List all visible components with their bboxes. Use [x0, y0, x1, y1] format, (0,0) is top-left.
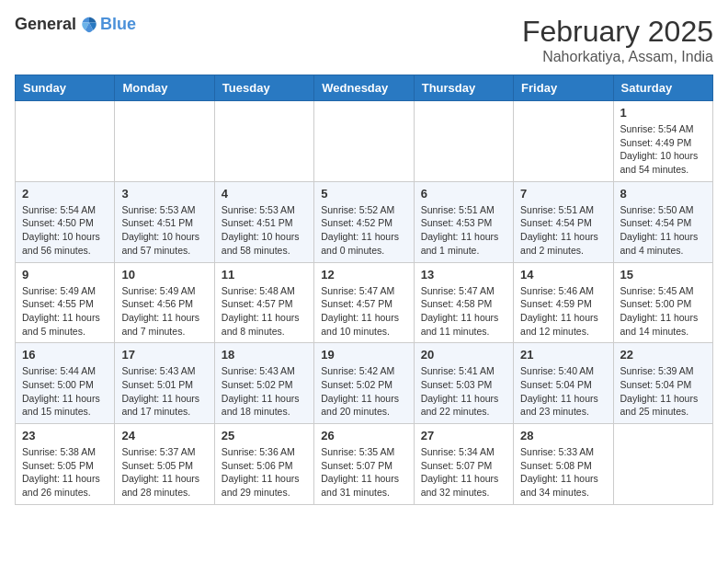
day-info: Sunrise: 5:51 AM Sunset: 4:54 PM Dayligh…	[520, 203, 606, 258]
day-number: 18	[222, 348, 307, 362]
calendar-cell: 12Sunrise: 5:47 AM Sunset: 4:57 PM Dayli…	[314, 262, 414, 343]
calendar-cell: 13Sunrise: 5:47 AM Sunset: 4:58 PM Dayli…	[414, 262, 513, 343]
day-info: Sunrise: 5:53 AM Sunset: 4:51 PM Dayligh…	[222, 203, 307, 258]
column-header-friday: Friday	[514, 75, 613, 101]
day-info: Sunrise: 5:40 AM Sunset: 5:04 PM Dayligh…	[520, 364, 606, 419]
day-number: 2	[22, 187, 108, 201]
calendar-cell: 11Sunrise: 5:48 AM Sunset: 4:57 PM Dayli…	[214, 262, 313, 343]
column-header-monday: Monday	[115, 75, 214, 101]
day-info: Sunrise: 5:42 AM Sunset: 5:02 PM Dayligh…	[321, 364, 406, 419]
location-title: Nahorkatiya, Assam, India	[522, 49, 713, 65]
calendar-cell	[514, 101, 613, 182]
day-number: 15	[620, 268, 706, 282]
calendar-cell	[115, 101, 214, 182]
calendar-cell: 14Sunrise: 5:46 AM Sunset: 4:59 PM Dayli…	[514, 262, 613, 343]
day-info: Sunrise: 5:51 AM Sunset: 4:53 PM Dayligh…	[421, 203, 506, 258]
day-number: 6	[421, 187, 506, 201]
column-header-tuesday: Tuesday	[214, 75, 313, 101]
calendar-cell	[214, 101, 313, 182]
day-info: Sunrise: 5:54 AM Sunset: 4:49 PM Dayligh…	[620, 122, 706, 177]
day-info: Sunrise: 5:49 AM Sunset: 4:55 PM Dayligh…	[22, 284, 108, 339]
column-header-saturday: Saturday	[613, 75, 712, 101]
calendar-week-row: 1Sunrise: 5:54 AM Sunset: 4:49 PM Daylig…	[16, 101, 713, 182]
day-number: 24	[121, 429, 207, 442]
day-number: 1	[620, 106, 706, 120]
calendar-cell	[16, 101, 115, 182]
calendar-week-row: 2Sunrise: 5:54 AM Sunset: 4:50 PM Daylig…	[16, 181, 713, 262]
calendar-cell: 23Sunrise: 5:38 AM Sunset: 5:05 PM Dayli…	[16, 424, 115, 505]
calendar-cell: 22Sunrise: 5:39 AM Sunset: 5:04 PM Dayli…	[613, 343, 712, 424]
day-info: Sunrise: 5:50 AM Sunset: 4:54 PM Dayligh…	[620, 203, 706, 258]
day-number: 5	[321, 187, 406, 201]
calendar-cell: 19Sunrise: 5:42 AM Sunset: 5:02 PM Dayli…	[314, 343, 414, 424]
calendar-cell: 3Sunrise: 5:53 AM Sunset: 4:51 PM Daylig…	[115, 181, 214, 262]
day-info: Sunrise: 5:38 AM Sunset: 5:05 PM Dayligh…	[22, 445, 108, 500]
day-number: 23	[22, 429, 108, 442]
calendar-cell	[414, 101, 513, 182]
logo: General Blue	[15, 15, 136, 34]
calendar-cell: 24Sunrise: 5:37 AM Sunset: 5:05 PM Dayli…	[115, 424, 214, 505]
calendar-cell: 5Sunrise: 5:52 AM Sunset: 4:52 PM Daylig…	[314, 181, 414, 262]
calendar-cell: 16Sunrise: 5:44 AM Sunset: 5:00 PM Dayli…	[16, 343, 115, 424]
logo-icon	[80, 16, 98, 34]
calendar-week-row: 9Sunrise: 5:49 AM Sunset: 4:55 PM Daylig…	[16, 262, 713, 343]
calendar-cell: 2Sunrise: 5:54 AM Sunset: 4:50 PM Daylig…	[16, 181, 115, 262]
day-number: 9	[22, 268, 108, 282]
calendar-cell: 6Sunrise: 5:51 AM Sunset: 4:53 PM Daylig…	[414, 181, 513, 262]
calendar-cell: 10Sunrise: 5:49 AM Sunset: 4:56 PM Dayli…	[115, 262, 214, 343]
day-number: 17	[121, 348, 207, 362]
calendar-cell: 20Sunrise: 5:41 AM Sunset: 5:03 PM Dayli…	[414, 343, 513, 424]
day-number: 3	[121, 187, 207, 201]
day-number: 22	[620, 348, 706, 362]
day-number: 8	[620, 187, 706, 201]
day-number: 14	[520, 268, 606, 282]
day-number: 27	[421, 429, 506, 442]
day-info: Sunrise: 5:44 AM Sunset: 5:00 PM Dayligh…	[22, 364, 108, 419]
day-info: Sunrise: 5:53 AM Sunset: 4:51 PM Dayligh…	[121, 203, 207, 258]
calendar-cell: 17Sunrise: 5:43 AM Sunset: 5:01 PM Dayli…	[115, 343, 214, 424]
title-block: February 2025 Nahorkatiya, Assam, India	[522, 15, 713, 65]
day-number: 4	[222, 187, 307, 201]
calendar-cell: 9Sunrise: 5:49 AM Sunset: 4:55 PM Daylig…	[16, 262, 115, 343]
day-info: Sunrise: 5:49 AM Sunset: 4:56 PM Dayligh…	[121, 284, 207, 339]
calendar-cell: 18Sunrise: 5:43 AM Sunset: 5:02 PM Dayli…	[214, 343, 313, 424]
day-number: 11	[222, 268, 307, 282]
page-header: General Blue February 2025 Nahorkatiya, …	[15, 15, 713, 65]
calendar-cell: 7Sunrise: 5:51 AM Sunset: 4:54 PM Daylig…	[514, 181, 613, 262]
day-info: Sunrise: 5:41 AM Sunset: 5:03 PM Dayligh…	[421, 364, 506, 419]
calendar-week-row: 23Sunrise: 5:38 AM Sunset: 5:05 PM Dayli…	[16, 424, 713, 505]
calendar-cell: 25Sunrise: 5:36 AM Sunset: 5:06 PM Dayli…	[214, 424, 313, 505]
calendar-week-row: 16Sunrise: 5:44 AM Sunset: 5:00 PM Dayli…	[16, 343, 713, 424]
day-number: 13	[421, 268, 506, 282]
day-number: 20	[421, 348, 506, 362]
calendar-header-row: SundayMondayTuesdayWednesdayThursdayFrid…	[16, 75, 713, 101]
day-info: Sunrise: 5:39 AM Sunset: 5:04 PM Dayligh…	[620, 364, 706, 419]
day-info: Sunrise: 5:45 AM Sunset: 5:00 PM Dayligh…	[620, 284, 706, 339]
day-number: 21	[520, 348, 606, 362]
day-number: 10	[121, 268, 207, 282]
calendar-cell: 21Sunrise: 5:40 AM Sunset: 5:04 PM Dayli…	[514, 343, 613, 424]
column-header-thursday: Thursday	[414, 75, 513, 101]
calendar-cell: 4Sunrise: 5:53 AM Sunset: 4:51 PM Daylig…	[214, 181, 313, 262]
calendar-cell	[613, 424, 712, 505]
calendar-cell: 26Sunrise: 5:35 AM Sunset: 5:07 PM Dayli…	[314, 424, 414, 505]
logo-blue: Blue	[100, 15, 136, 34]
day-info: Sunrise: 5:54 AM Sunset: 4:50 PM Dayligh…	[22, 203, 108, 258]
day-info: Sunrise: 5:43 AM Sunset: 5:01 PM Dayligh…	[121, 364, 207, 419]
calendar-cell: 27Sunrise: 5:34 AM Sunset: 5:07 PM Dayli…	[414, 424, 513, 505]
day-info: Sunrise: 5:33 AM Sunset: 5:08 PM Dayligh…	[520, 445, 606, 500]
day-info: Sunrise: 5:46 AM Sunset: 4:59 PM Dayligh…	[520, 284, 606, 339]
day-info: Sunrise: 5:35 AM Sunset: 5:07 PM Dayligh…	[321, 445, 406, 500]
day-number: 12	[321, 268, 406, 282]
day-info: Sunrise: 5:34 AM Sunset: 5:07 PM Dayligh…	[421, 445, 506, 500]
column-header-wednesday: Wednesday	[314, 75, 414, 101]
day-number: 7	[520, 187, 606, 201]
day-info: Sunrise: 5:52 AM Sunset: 4:52 PM Dayligh…	[321, 203, 406, 258]
day-info: Sunrise: 5:37 AM Sunset: 5:05 PM Dayligh…	[121, 445, 207, 500]
calendar-cell: 1Sunrise: 5:54 AM Sunset: 4:49 PM Daylig…	[613, 101, 712, 182]
day-info: Sunrise: 5:36 AM Sunset: 5:06 PM Dayligh…	[222, 445, 307, 500]
day-number: 19	[321, 348, 406, 362]
column-header-sunday: Sunday	[16, 75, 115, 101]
day-info: Sunrise: 5:47 AM Sunset: 4:57 PM Dayligh…	[321, 284, 406, 339]
calendar-table: SundayMondayTuesdayWednesdayThursdayFrid…	[15, 75, 713, 505]
